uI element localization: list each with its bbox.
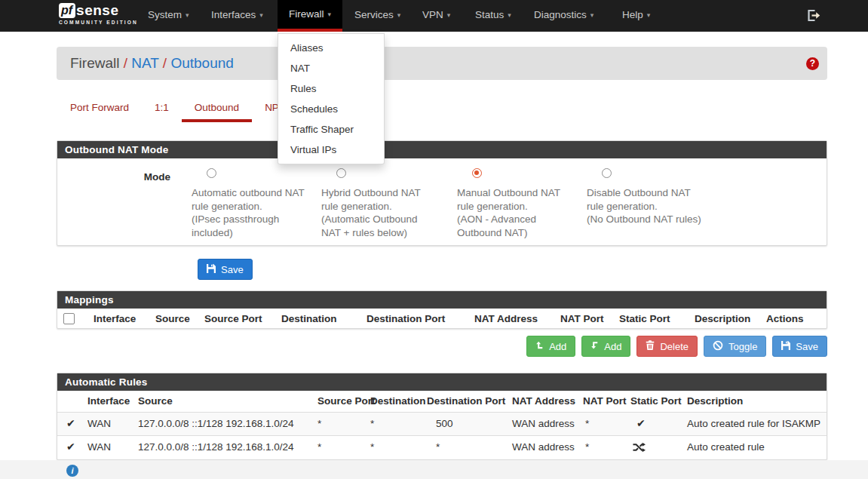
nav-item-firewall[interactable]: Firewall▾ [278,0,342,32]
column-header: NAT Address [474,313,538,324]
nav-item-services[interactable]: Services▾ [343,0,412,32]
cell-destination: * [370,441,374,453]
column-header: Source Port [204,313,262,324]
mode-radio-manual[interactable] [472,168,482,178]
column-header: NAT Port [583,395,627,407]
menu-item-nat[interactable]: NAT [278,58,384,78]
menu-item-virtual-ips[interactable]: Virtual IPs [278,140,384,160]
chevron-down-icon: ▾ [447,11,451,19]
automatic-rules-panel: Automatic Rules Interface Source Source … [57,373,827,460]
table-row: ✔ WAN 127.0.0.0/8 ::1/128 192.168.1.0/24… [57,412,827,436]
rule-enabled-check-icon: ✔ [66,417,75,429]
chevron-down-icon: ▾ [590,11,594,19]
add-rule-bottom-button[interactable]: Add [581,336,630,357]
column-header: Destination Port [367,313,445,324]
add-rule-top-button[interactable]: Add [526,336,575,357]
nav-item-system[interactable]: System▾ [136,0,201,32]
mappings-panel: Mappings Interface Source Source Port De… [57,290,827,329]
column-header: Actions [766,313,804,324]
trash-icon [646,340,655,352]
select-all-checkbox[interactable] [63,313,75,324]
breadcrumb-link-outbound[interactable]: Outbound [170,55,233,71]
cell-nat-address: WAN address [512,418,575,429]
column-header: NAT Address [512,395,575,407]
top-navbar: pf sense COMMUNITY EDITION System▾ Inter… [0,0,868,32]
nav-item-status[interactable]: Status▾ [464,0,523,32]
save-mappings-button[interactable]: Save [772,336,827,357]
breadcrumb-link-nat[interactable]: NAT [131,55,158,71]
panel-title: Outbound NAT Mode [57,141,827,158]
nav-item-diagnostics[interactable]: Diagnostics▾ [523,0,605,32]
cell-destination: * [370,418,374,429]
auto-rules-header-row: Interface Source Source Port Destination… [57,390,827,412]
tab-port-forward[interactable]: Port Forward [57,100,142,122]
mode-field-label: Mode [57,171,170,183]
chevron-down-icon: ▾ [259,11,263,19]
logo-pf-badge: pf [59,3,75,18]
cell-source-port: * [317,418,321,429]
button-label: Add [549,341,566,352]
logo-sense-text: sense [76,3,118,18]
cell-nat-port: * [585,418,589,429]
tab-outbound[interactable]: Outbound [182,100,252,122]
firewall-dropdown-menu: Aliases NAT Rules Schedules Traffic Shap… [278,33,385,164]
delete-button[interactable]: Delete [636,336,698,357]
cell-interface: WAN [87,441,111,453]
mode-option-disable: Disable Outbound NAT rule generation. (N… [587,168,712,226]
chevron-down-icon: ▾ [397,11,401,19]
breadcrumb: Firewall / NAT / Outbound ? [57,47,827,80]
cell-destination-port: * [436,441,440,453]
save-button[interactable]: Save [198,259,253,280]
level-up-arrow-icon [535,341,544,352]
mode-radio-disable[interactable] [602,168,612,178]
nav-item-help[interactable]: Help▾ [611,0,661,32]
cell-destination-port: 500 [436,418,453,429]
panel-title: Mappings [57,291,827,309]
button-label: Save [796,341,818,352]
pfsense-logo[interactable]: pf sense COMMUNITY EDITION [59,3,138,25]
breadcrumb-separator: / [124,55,127,71]
mode-option-label: Automatic outbound NAT rule generation. … [192,186,317,239]
cell-source-port: * [317,441,321,453]
logo-edition-text: COMMUNITY EDITION [59,20,138,25]
help-icon[interactable]: ? [806,57,819,70]
column-header: Source [138,395,173,407]
rule-enabled-check-icon: ✔ [66,441,75,453]
level-down-arrow-icon [590,341,599,352]
mode-option-label: Hybrid Outbound NAT rule generation. (Au… [321,186,446,239]
button-label: Delete [660,341,689,352]
column-header: Interface [87,395,130,407]
logout-icon[interactable] [807,9,820,24]
column-header: Interface [94,313,136,324]
mode-option-automatic: Automatic outbound NAT rule generation. … [192,168,317,239]
menu-item-rules[interactable]: Rules [278,78,384,99]
cell-description: Auto created rule [687,441,765,453]
menu-item-schedules[interactable]: Schedules [278,99,384,119]
mode-option-manual: Manual Outbound NAT rule generation. (AO… [457,168,582,239]
random-port-shuffle-icon [633,442,646,455]
toggle-button[interactable]: Toggle [704,336,766,357]
column-header: Static Port [630,395,682,407]
column-header: Source [155,313,190,324]
nav-item-interfaces[interactable]: Interfaces▾ [200,0,275,32]
table-row: ✔ WAN 127.0.0.0/8 ::1/128 192.168.1.0/24… [57,435,827,459]
mappings-header-row: Interface Source Source Port Destination… [57,308,827,329]
cell-nat-address: WAN address [512,441,575,453]
nav-item-vpn[interactable]: VPN▾ [411,0,462,32]
mode-option-hybrid: Hybrid Outbound NAT rule generation. (Au… [321,168,446,239]
mode-option-label: Manual Outbound NAT rule generation. (AO… [457,186,582,239]
chevron-down-icon: ▾ [508,11,511,19]
menu-item-aliases[interactable]: Aliases [278,38,384,58]
cell-nat-port: * [585,441,589,453]
save-icon [207,264,216,275]
mode-radio-automatic[interactable] [207,168,216,178]
mode-radio-hybrid[interactable] [336,168,346,178]
button-label: Add [604,341,621,352]
pfsense-page: pf sense COMMUNITY EDITION System▾ Inter… [0,0,868,479]
column-header: Description [695,313,750,324]
menu-item-traffic-shaper[interactable]: Traffic Shaper [278,119,384,140]
info-icon[interactable]: i [66,465,78,477]
button-label: Toggle [728,341,757,352]
panel-title: Automatic Rules [57,373,827,391]
tab-1-1[interactable]: 1:1 [142,100,182,122]
